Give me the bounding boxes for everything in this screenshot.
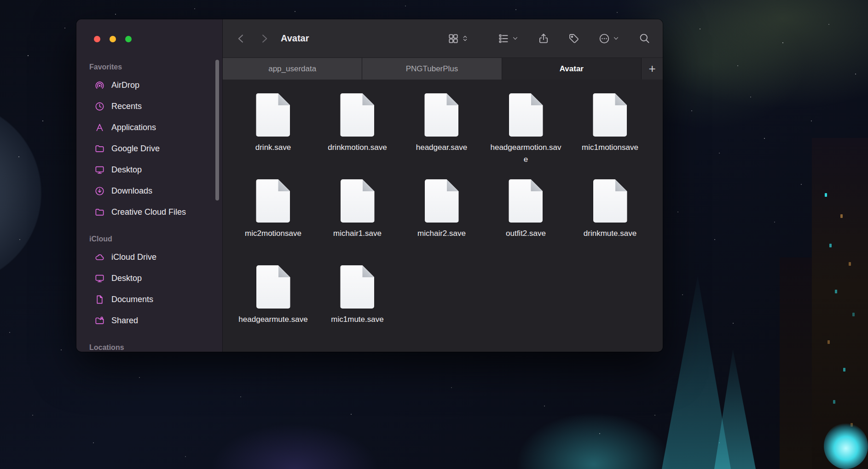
sidebar-item-recents[interactable]: Recents: [81, 96, 218, 117]
sidebar-item-label: Downloads: [111, 186, 152, 196]
file-name: headgearmute.save: [238, 314, 307, 326]
page-fold: [278, 179, 290, 191]
sidebar-section-title: Favorites: [89, 62, 222, 73]
share-icon: [538, 33, 550, 45]
toolbar-actions: [447, 32, 651, 45]
file-name: outfit2.save: [506, 228, 546, 240]
sidebar-item-label: Google Drive: [111, 144, 160, 154]
forward-icon: [258, 32, 271, 45]
search-icon: [638, 32, 651, 45]
file-drinkmute-save[interactable]: drinkmute.save: [584, 178, 637, 240]
file-mic1mute-save[interactable]: mic1mute.save: [331, 264, 383, 326]
sidebar-item-icloud-drive[interactable]: iCloud Drive: [81, 246, 218, 268]
group-view-icon: [498, 33, 509, 45]
page-fold: [446, 93, 458, 105]
window-controls: [94, 36, 132, 42]
sidebar: FavoritesAirDropRecentsApplicationsGoogl…: [76, 19, 223, 352]
sidebar-item-label: Creative Cloud Files: [111, 207, 186, 217]
document-icon: [94, 294, 105, 305]
minimize-button[interactable]: [110, 36, 116, 42]
file-drink-save[interactable]: drink.save: [255, 92, 291, 154]
forward-button[interactable]: [258, 32, 271, 45]
file-headgearmute-save[interactable]: headgearmute.save: [238, 264, 307, 326]
document-file-icon: [340, 93, 374, 137]
share-button[interactable]: [538, 33, 550, 45]
document-file-icon: [341, 179, 375, 223]
file-name: michair2.save: [417, 228, 466, 240]
downloads-icon: [94, 185, 105, 196]
search-button[interactable]: [638, 32, 651, 45]
sidebar-item-applications[interactable]: Applications: [81, 117, 218, 138]
file-headgearmotion-save[interactable]: headgearmotion.save: [489, 92, 563, 166]
sidebar-item-google-drive[interactable]: Google Drive: [81, 138, 218, 159]
file-outfit2-save[interactable]: outfit2.save: [506, 178, 546, 240]
desktop-icon: [94, 273, 105, 284]
file-name: headgear.save: [416, 142, 468, 154]
group-by-button[interactable]: [498, 33, 519, 45]
sidebar-item-shared[interactable]: Shared: [81, 310, 218, 331]
file-name: mic1mute.save: [331, 314, 383, 326]
sidebar-item-downloads[interactable]: Downloads: [81, 180, 218, 201]
page-fold: [278, 265, 290, 277]
page-fold: [615, 93, 627, 105]
file-headgear-save[interactable]: headgear.save: [416, 92, 468, 154]
file-name: drinkmute.save: [584, 228, 637, 240]
sidebar-item-label: Documents: [111, 295, 153, 304]
page-fold: [362, 265, 374, 277]
document-file-icon: [593, 93, 627, 137]
tab-pngtuberplus[interactable]: PNGTuberPlus: [362, 58, 502, 80]
new-tab-button[interactable]: +: [642, 58, 663, 80]
view-stepper-icon: [461, 34, 469, 42]
sidebar-item-creative-cloud-files[interactable]: Creative Cloud Files: [81, 201, 218, 223]
document-file-icon: [509, 179, 543, 223]
tab-bar: app_userdataPNGTuberPlusAvatar+: [223, 58, 663, 80]
sidebar-section-title: Locations: [89, 342, 222, 352]
file-mic1motionsave[interactable]: mic1motionsave: [582, 92, 638, 154]
file-name: mic2motionsave: [245, 228, 301, 240]
sidebar-item-desktop[interactable]: Desktop: [81, 268, 218, 289]
page-fold: [615, 179, 627, 191]
page-fold: [531, 93, 543, 105]
page-fold: [363, 179, 375, 191]
tab-app-userdata[interactable]: app_userdata: [223, 58, 362, 80]
sidebar-item-documents[interactable]: Documents: [81, 289, 218, 310]
file-grid: drink.savedrinkmotion.saveheadgear.saveh…: [223, 80, 663, 352]
wallpaper-tower: [780, 257, 814, 469]
sidebar-item-label: Applications: [111, 123, 156, 132]
chevron-down-icon: [612, 34, 620, 42]
tags-button[interactable]: [568, 33, 580, 45]
toolbar: Avatar: [223, 19, 663, 58]
file-drinkmotion-save[interactable]: drinkmotion.save: [328, 92, 387, 154]
sidebar-item-label: Desktop: [111, 274, 142, 283]
page-fold: [278, 93, 290, 105]
zoom-button[interactable]: [125, 36, 132, 42]
sidebar-item-desktop[interactable]: Desktop: [81, 159, 218, 180]
sidebar-item-airdrop[interactable]: AirDrop: [81, 74, 218, 96]
document-file-icon: [256, 179, 290, 223]
tab-avatar[interactable]: Avatar: [502, 58, 642, 80]
recents-icon: [94, 101, 105, 112]
file-mic2motionsave[interactable]: mic2motionsave: [245, 178, 301, 240]
close-button[interactable]: [94, 36, 100, 42]
window-title: Avatar: [281, 33, 309, 44]
folder-icon: [94, 143, 105, 154]
more-options-button[interactable]: [598, 33, 620, 45]
tag-icon: [568, 33, 580, 45]
folder-icon: [94, 206, 105, 217]
desktop-icon: [94, 164, 105, 175]
document-file-icon: [424, 93, 458, 137]
tab-label: Avatar: [560, 64, 584, 74]
file-name: michair1.save: [333, 228, 382, 240]
file-michair2-save[interactable]: michair2.save: [417, 178, 466, 240]
sidebar-sections: FavoritesAirDropRecentsApplicationsGoogl…: [76, 62, 222, 352]
chevron-down-icon: [511, 34, 519, 42]
icon-view-button[interactable]: [447, 33, 469, 45]
back-button[interactable]: [235, 32, 248, 45]
document-file-icon: [593, 179, 627, 223]
icloud-icon: [94, 252, 105, 263]
tab-label: PNGTuberPlus: [406, 64, 458, 74]
document-file-icon: [256, 93, 290, 137]
sidebar-scrollbar[interactable]: [215, 60, 219, 200]
file-michair1-save[interactable]: michair1.save: [333, 178, 382, 240]
document-file-icon: [425, 179, 459, 223]
